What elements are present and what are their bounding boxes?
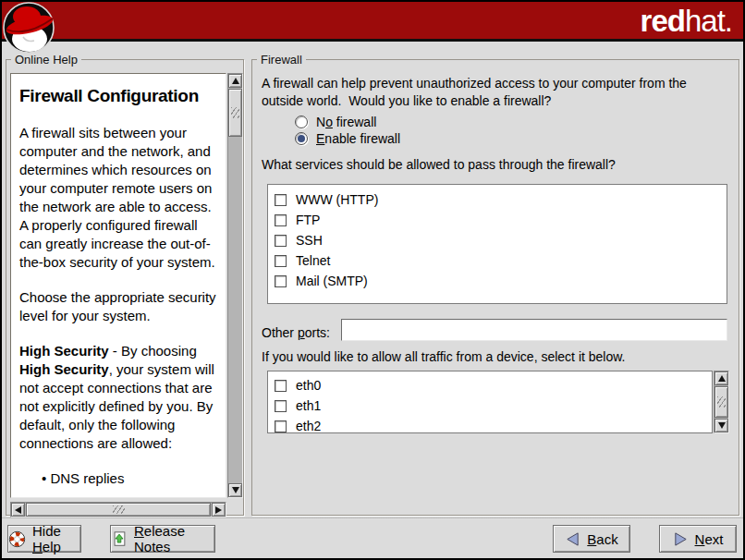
arrow-left-icon xyxy=(565,531,580,547)
help-hscrollbar-thumb[interactable] xyxy=(26,503,211,517)
service-row-ssh[interactable]: SSH xyxy=(268,230,727,250)
wordmark-red: red xyxy=(641,4,685,38)
device-row-eth2[interactable]: eth2 xyxy=(268,416,712,433)
service-row-www[interactable]: WWW (HTTP) xyxy=(268,189,727,210)
scroll-down-button[interactable] xyxy=(228,483,242,497)
online-help-frame-label: Online Help xyxy=(11,53,81,67)
devices-scrollbar-thumb[interactable] xyxy=(714,386,728,418)
device-label: eth1 xyxy=(296,398,321,413)
online-help-panel: Online Help Firewall Configuration A fir… xyxy=(6,59,244,516)
installer-window: redhat. Online Help Firewall Configurati… xyxy=(0,0,745,560)
service-row-telnet[interactable]: Telnet xyxy=(268,250,727,271)
checkbox[interactable] xyxy=(275,275,287,287)
triangle-left-icon xyxy=(15,506,21,514)
devices-scrollbar[interactable] xyxy=(714,371,729,433)
other-ports-input[interactable] xyxy=(341,319,727,341)
checkbox[interactable] xyxy=(275,380,287,392)
service-label: Mail (SMTP) xyxy=(296,274,368,288)
help-title: Firewall Configuration xyxy=(19,86,217,106)
scroll-right-button[interactable] xyxy=(212,503,226,517)
radio-button[interactable] xyxy=(295,116,308,128)
firewall-intro-text: A firewall can help prevent unauthorized… xyxy=(262,75,731,110)
scroll-up-button[interactable] xyxy=(714,371,728,385)
device-row-eth0[interactable]: eth0 xyxy=(268,375,712,396)
services-list: WWW (HTTP) FTP SSH Telnet Mail (SMTP) xyxy=(267,184,727,304)
wordmark-period: . xyxy=(725,4,732,38)
service-row-ftp[interactable]: FTP xyxy=(268,210,727,230)
devices-list: eth0 eth1 eth2 xyxy=(267,371,713,433)
device-label: eth0 xyxy=(296,378,321,393)
scrollbar-grip-icon xyxy=(113,505,125,514)
services-question: What services should be allowed to pass … xyxy=(262,156,616,174)
release-notes-doc-icon xyxy=(111,530,128,548)
help-paragraph-2: Choose the appropriate security level fo… xyxy=(19,288,217,325)
firewall-frame-label: Firewall xyxy=(257,53,306,67)
devices-hint: If you would like to allow all traffic f… xyxy=(262,348,625,366)
device-row-eth1[interactable]: eth1 xyxy=(268,396,712,416)
radio-no-firewall[interactable]: No firewall xyxy=(295,115,376,129)
hide-help-button[interactable]: Hide Help xyxy=(7,525,81,553)
release-notes-label: Release Notes xyxy=(134,523,214,554)
help-paragraph-3: High Security - By choosing High Securit… xyxy=(19,342,217,453)
triangle-right-icon xyxy=(215,506,222,514)
back-button[interactable]: Back xyxy=(553,525,630,553)
footer-separator xyxy=(2,517,743,519)
release-notes-button[interactable]: Release Notes xyxy=(110,525,215,553)
arrow-right-icon xyxy=(673,531,689,547)
help-vertical-scrollbar[interactable] xyxy=(227,73,243,498)
checkbox[interactable] xyxy=(275,420,287,432)
scrollbar-grip-icon xyxy=(231,107,239,118)
device-label: eth2 xyxy=(296,419,321,433)
next-label: Next xyxy=(695,531,724,547)
service-row-mail[interactable]: Mail (SMTP) xyxy=(268,271,727,291)
help-scrollbar-thumb[interactable] xyxy=(228,89,242,137)
checkbox[interactable] xyxy=(275,400,287,412)
radio-no-firewall-label: No firewall xyxy=(316,115,376,129)
service-label: FTP xyxy=(296,213,320,227)
triangle-down-icon xyxy=(232,487,239,493)
service-label: Telnet xyxy=(296,253,330,268)
scroll-up-button[interactable] xyxy=(228,74,242,88)
service-label: SSH xyxy=(296,233,323,248)
firewall-panel: Firewall A firewall can help prevent una… xyxy=(251,59,739,516)
other-ports-label: Other ports: xyxy=(262,324,330,342)
help-bullet-dns-replies: DNS replies xyxy=(19,469,217,488)
hide-help-label: Hide Help xyxy=(32,523,80,554)
radio-enable-firewall[interactable]: Enable firewall xyxy=(295,131,400,146)
triangle-up-icon xyxy=(718,375,726,382)
high-security-term: High Security xyxy=(19,361,109,377)
radio-enable-firewall-label: Enable firewall xyxy=(316,131,400,146)
redhat-shadowman-icon xyxy=(3,2,55,55)
radio-button[interactable] xyxy=(295,132,308,145)
wordmark-hat: hat xyxy=(685,4,725,38)
scrollbar-grip-icon xyxy=(717,396,726,408)
help-text-area: Firewall Configuration A firewall sits b… xyxy=(10,73,226,498)
help-horizontal-scrollbar[interactable] xyxy=(10,502,226,517)
triangle-down-icon xyxy=(718,422,726,429)
header-bar xyxy=(2,2,743,42)
high-security-term: High Security xyxy=(19,343,109,359)
life-ring-icon xyxy=(8,530,26,548)
checkbox[interactable] xyxy=(275,194,287,206)
checkbox[interactable] xyxy=(275,214,287,226)
next-button[interactable]: Next xyxy=(659,525,737,553)
checkbox[interactable] xyxy=(275,235,287,247)
triangle-up-icon xyxy=(232,78,239,84)
scroll-left-button[interactable] xyxy=(11,503,25,517)
redhat-wordmark: redhat. xyxy=(641,4,732,39)
service-label: WWW (HTTP) xyxy=(296,192,378,207)
checkbox[interactable] xyxy=(275,255,287,267)
scroll-down-button[interactable] xyxy=(714,419,728,432)
help-paragraph-1: A firewall sits between your computer an… xyxy=(19,124,217,272)
back-label: Back xyxy=(587,531,617,547)
